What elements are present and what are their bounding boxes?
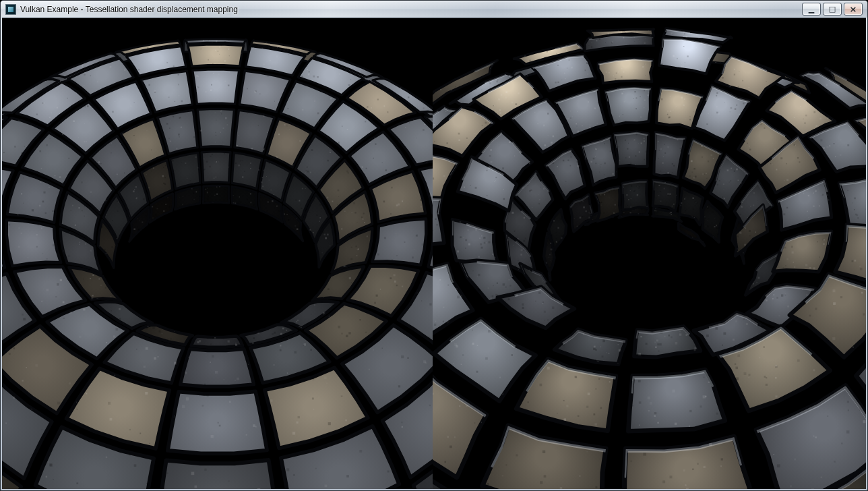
app-icon <box>5 4 16 15</box>
app-window: Vulkan Example - Tessellation shader dis… <box>0 0 868 491</box>
window-controls: ▁ □ × <box>802 3 863 16</box>
render-viewport[interactable] <box>2 18 866 489</box>
vulkan-logo-icon <box>8 7 13 12</box>
titlebar[interactable]: Vulkan Example - Tessellation shader dis… <box>1 1 867 18</box>
render-canvas[interactable] <box>2 18 866 489</box>
close-button[interactable]: × <box>844 3 863 16</box>
close-icon: × <box>850 5 857 13</box>
maximize-icon: □ <box>829 5 836 13</box>
minimize-button[interactable]: ▁ <box>802 3 821 16</box>
window-title: Vulkan Example - Tessellation shader dis… <box>20 5 238 14</box>
maximize-button[interactable]: □ <box>823 3 842 16</box>
minimize-icon: ▁ <box>809 5 814 13</box>
